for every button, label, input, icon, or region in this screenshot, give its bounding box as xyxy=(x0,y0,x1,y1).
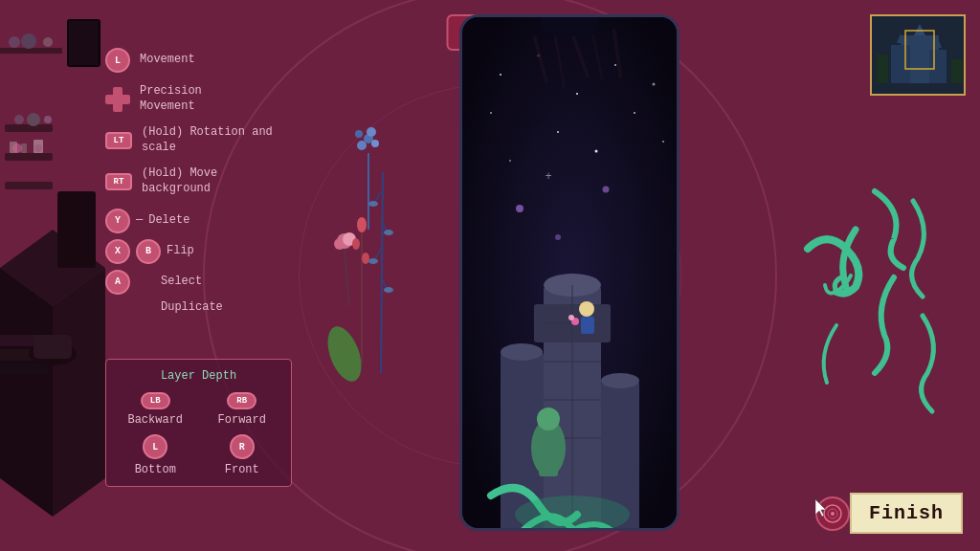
svg-point-20 xyxy=(43,37,53,47)
btn-LT: LT xyxy=(105,132,132,149)
svg-line-37 xyxy=(345,249,349,306)
svg-point-35 xyxy=(355,130,363,138)
svg-point-109 xyxy=(831,512,835,516)
plants-area xyxy=(316,77,450,440)
svg-point-24 xyxy=(12,143,22,153)
btn-dpad xyxy=(105,87,130,112)
svg-point-52 xyxy=(368,258,378,264)
svg-point-7 xyxy=(27,113,40,126)
svg-rect-100 xyxy=(929,50,947,83)
minimap-inner xyxy=(872,16,964,94)
svg-marker-2 xyxy=(53,268,105,517)
label-backward: Backward xyxy=(127,413,183,427)
label-duplicate-text: Duplicate xyxy=(161,300,223,316)
svg-point-61 xyxy=(653,83,656,86)
svg-point-6 xyxy=(14,115,24,124)
finish-button-area[interactable]: Finish xyxy=(815,493,963,534)
layer-backward: LB Backward xyxy=(116,392,195,427)
btn-A: A xyxy=(105,270,130,295)
control-rotation: LT (Hold) Rotation andscale xyxy=(105,125,297,155)
canvas-notch xyxy=(541,17,598,36)
btn-B: B xyxy=(136,239,161,264)
svg-point-62 xyxy=(490,112,492,114)
svg-rect-105 xyxy=(877,55,888,83)
control-move-bg: RT (Hold) Movebackground xyxy=(105,166,297,196)
finish-label[interactable]: Finish xyxy=(850,493,963,534)
svg-point-25 xyxy=(34,144,42,152)
svg-point-42 xyxy=(357,217,367,232)
svg-point-94 xyxy=(537,408,560,430)
svg-point-88 xyxy=(601,373,639,388)
svg-rect-4 xyxy=(5,153,53,161)
svg-point-34 xyxy=(371,140,379,147)
controls-panel: L Movement Precision Movement LT (Hold) … xyxy=(105,48,297,320)
svg-rect-95 xyxy=(539,443,558,476)
main-canvas: + xyxy=(459,14,679,531)
svg-rect-16 xyxy=(33,335,72,359)
svg-rect-14 xyxy=(0,364,48,375)
label-move-bg: (Hold) Movebackground xyxy=(142,166,217,196)
layer-front: R Front xyxy=(203,434,282,476)
layer-forward: RB Forward xyxy=(203,392,282,427)
svg-point-53 xyxy=(384,287,393,293)
svg-point-89 xyxy=(579,301,594,317)
canvas-stars-svg: + xyxy=(462,17,677,528)
svg-point-67 xyxy=(662,141,664,143)
svg-rect-106 xyxy=(951,59,963,83)
svg-rect-17 xyxy=(0,48,62,54)
svg-point-50 xyxy=(368,201,378,207)
svg-line-45 xyxy=(381,172,383,373)
iso-room-svg xyxy=(0,0,105,551)
control-precision: Precision Movement xyxy=(105,84,297,114)
label-delete: — xyxy=(136,213,143,229)
layer-depth-panel: Layer Depth LB Backward RB Forward L Bot… xyxy=(105,359,292,487)
finish-icon-svg xyxy=(822,503,843,524)
label-movement: Movement xyxy=(140,53,195,68)
svg-point-65 xyxy=(509,160,511,162)
svg-text:+: + xyxy=(545,170,551,184)
svg-point-63 xyxy=(557,131,559,133)
minimap xyxy=(870,14,966,96)
layer-grid: LB Backward RB Forward L Bottom R Front xyxy=(116,392,281,476)
label-bottom: Bottom xyxy=(135,463,176,476)
layer-bottom: L Bottom xyxy=(116,434,195,476)
svg-rect-99 xyxy=(891,45,910,83)
label-front: Front xyxy=(225,463,259,476)
svg-point-66 xyxy=(595,150,598,153)
svg-point-59 xyxy=(576,93,578,95)
svg-point-18 xyxy=(9,36,20,48)
svg-point-8 xyxy=(44,116,52,123)
svg-marker-1 xyxy=(0,268,53,517)
canvas-inner: + xyxy=(462,17,677,528)
label-rotation: (Hold) Rotation andscale xyxy=(142,125,273,155)
button-group-yba: Y — Delete X B Flip A Select Duplicate xyxy=(105,209,297,316)
btn-RB: RB xyxy=(227,392,256,409)
label-forward: Forward xyxy=(218,413,266,427)
svg-point-43 xyxy=(352,238,360,250)
svg-point-44 xyxy=(362,253,369,264)
svg-point-86 xyxy=(501,343,543,361)
btn-RT: RT xyxy=(105,173,132,190)
svg-rect-3 xyxy=(5,124,53,132)
layer-depth-title: Layer Depth xyxy=(116,369,281,383)
svg-rect-90 xyxy=(581,317,594,334)
btn-R-circle: R xyxy=(230,434,255,459)
svg-point-92 xyxy=(568,315,574,320)
finish-icon xyxy=(815,496,850,531)
tentacles-svg xyxy=(779,172,951,440)
btn-L: L xyxy=(105,48,130,73)
plants-svg xyxy=(316,77,450,440)
svg-point-57 xyxy=(500,74,501,76)
svg-point-36 xyxy=(367,127,376,137)
btn-X: X xyxy=(105,239,130,264)
btn-L-circle: L xyxy=(143,434,167,459)
svg-point-71 xyxy=(603,187,610,193)
svg-rect-5 xyxy=(5,182,53,189)
svg-rect-22 xyxy=(69,21,99,65)
svg-point-19 xyxy=(21,33,36,49)
btn-Y: Y xyxy=(105,209,130,233)
btn-LB: LB xyxy=(141,392,170,409)
label-delete-text: Delete xyxy=(148,213,189,229)
svg-rect-23 xyxy=(57,191,96,268)
minimap-svg xyxy=(872,16,966,96)
